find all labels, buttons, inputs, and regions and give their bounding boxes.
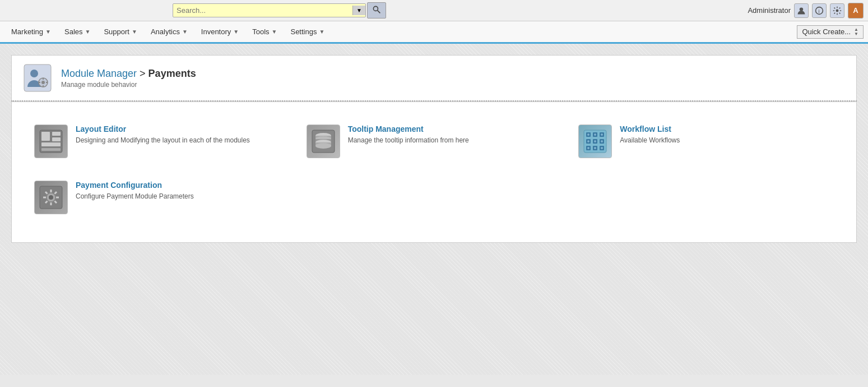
svg-point-44 (587, 147, 590, 149)
module-manager-icon (23, 63, 52, 93)
top-bar: ▼ Administrator i (0, 0, 868, 21)
svg-rect-6 (24, 64, 51, 91)
avatar-initial: A (853, 6, 858, 15)
chevron-down-icon: ▼ (182, 29, 188, 35)
module-grid: Layout Editor Designing and Modifying th… (29, 119, 839, 220)
main-area: Module Manager > Payments Manage module … (0, 44, 868, 375)
payment-configuration-icon (34, 181, 68, 214)
sidebar-item-sales[interactable]: Sales ▼ (58, 23, 97, 40)
tooltip-management-desc: Manage the tooltip information from here (348, 136, 469, 145)
quick-create-button[interactable]: Quick Create... ▲ ▼ (797, 25, 864, 39)
payment-configuration-title[interactable]: Payment Configuration (76, 181, 194, 190)
search-input-wrapper: ▼ (173, 3, 366, 17)
chevron-down-icon: ▼ (45, 29, 51, 35)
tooltip-management-title[interactable]: Tooltip Management (348, 125, 469, 133)
info-icon: i (815, 6, 824, 15)
svg-rect-19 (41, 148, 61, 151)
svg-point-42 (594, 140, 596, 142)
search-input[interactable] (173, 4, 352, 17)
svg-point-43 (601, 140, 603, 142)
svg-point-27 (315, 143, 331, 149)
svg-rect-15 (41, 132, 50, 141)
workflow-list-title[interactable]: Workflow List (620, 125, 680, 133)
info-icon-button[interactable]: i (812, 3, 827, 18)
svg-point-49 (49, 195, 53, 200)
page-header: Module Manager > Payments Manage module … (11, 55, 857, 100)
admin-label: Administrator (748, 6, 791, 15)
search-dropdown-button[interactable]: ▼ (352, 6, 365, 15)
sidebar-item-support[interactable]: Support ▼ (97, 23, 143, 40)
page-title: Module Manager > Payments (61, 68, 196, 80)
layout-editor-desc: Designing and Modifying the layout in ea… (76, 136, 250, 145)
sidebar-item-settings[interactable]: Settings ▼ (284, 23, 331, 40)
svg-text:i: i (818, 8, 819, 14)
user-avatar-button[interactable]: A (848, 3, 864, 19)
svg-rect-17 (52, 137, 61, 141)
workflow-list-desc: Available Workflows (620, 136, 680, 145)
module-item-tooltip-management: Tooltip Management Manage the tooltip in… (301, 119, 568, 164)
svg-point-46 (601, 147, 603, 149)
module-item-payment-configuration: Payment Configuration Configure Payment … (29, 175, 295, 220)
svg-point-39 (594, 133, 596, 136)
settings-icon-button[interactable] (830, 3, 844, 18)
payment-configuration-text: Payment Configuration Configure Payment … (76, 181, 194, 201)
nav-bar: Marketing ▼ Sales ▼ Support ▼ Analytics … (0, 21, 868, 44)
search-area: ▼ (173, 2, 386, 19)
svg-point-2 (800, 7, 803, 11)
payment-configuration-desc: Configure Payment Module Parameters (76, 192, 194, 201)
chevron-down-icon: ▼ (233, 29, 239, 35)
gear-icon (833, 6, 842, 15)
spinner-down-icon: ▼ (854, 32, 858, 36)
breadcrumb-link[interactable]: Module Manager (61, 68, 137, 79)
svg-rect-18 (41, 142, 61, 146)
svg-rect-16 (52, 132, 61, 136)
chevron-down-icon: ▼ (319, 29, 324, 35)
top-right-area: Administrator i A (748, 3, 864, 19)
tooltip-management-text: Tooltip Management Manage the tooltip in… (348, 125, 469, 145)
module-icon-svg (23, 63, 52, 93)
workflow-list-icon (578, 125, 612, 158)
sidebar-item-inventory[interactable]: Inventory ▼ (194, 23, 245, 40)
breadcrumb-current: Payments (148, 68, 196, 79)
svg-point-7 (30, 70, 38, 77)
svg-point-9 (41, 81, 45, 84)
chevron-down-icon: ▼ (132, 29, 137, 35)
sidebar-item-analytics[interactable]: Analytics ▼ (144, 23, 194, 40)
chevron-down-icon: ▼ (85, 29, 91, 35)
content-box: Layout Editor Designing and Modifying th… (11, 102, 857, 243)
search-button[interactable] (367, 2, 386, 19)
module-item-layout-editor: Layout Editor Designing and Modifying th… (29, 119, 295, 164)
module-item-workflow-list: Workflow List Available Workflows (573, 119, 839, 164)
layout-editor-icon (34, 125, 68, 158)
layout-editor-text: Layout Editor Designing and Modifying th… (76, 125, 250, 145)
quick-create-label: Quick Create... (802, 27, 851, 36)
svg-point-0 (373, 6, 378, 11)
search-icon (372, 5, 381, 14)
user-icon (797, 6, 806, 15)
svg-point-5 (836, 9, 839, 12)
sidebar-item-marketing[interactable]: Marketing ▼ (4, 23, 58, 40)
page-subtitle: Manage module behavior (61, 81, 196, 89)
chevron-down-icon: ▼ (272, 29, 277, 35)
user-icon-button[interactable] (794, 3, 809, 18)
workflow-list-text: Workflow List Available Workflows (620, 125, 680, 145)
svg-line-1 (378, 11, 380, 13)
svg-point-45 (594, 147, 596, 149)
tooltip-management-icon (307, 125, 340, 158)
svg-point-38 (587, 133, 590, 136)
sidebar-item-tools[interactable]: Tools ▼ (245, 23, 284, 40)
svg-point-41 (587, 140, 590, 142)
page-header-text: Module Manager > Payments Manage module … (61, 68, 196, 89)
layout-editor-title[interactable]: Layout Editor (76, 125, 250, 133)
svg-point-40 (601, 133, 603, 136)
